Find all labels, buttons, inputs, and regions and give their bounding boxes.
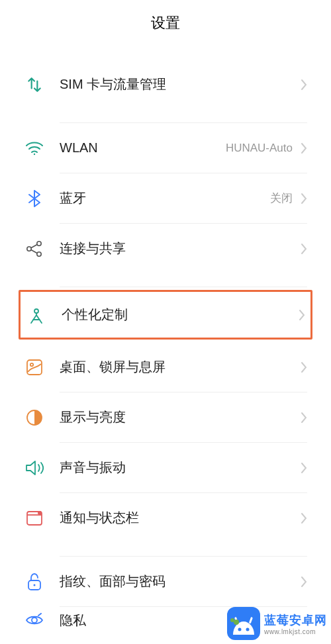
row-sim[interactable]: SIM 卡与流量管理	[0, 60, 331, 109]
row-label: 蓝牙	[60, 189, 270, 207]
page-title: 设置	[151, 13, 180, 33]
row-label: 声音与振动	[60, 459, 301, 477]
row-display[interactable]: 显示与亮度	[0, 392, 331, 442]
row-value: 关闭	[270, 191, 293, 206]
chevron-right-icon	[301, 462, 307, 474]
svg-point-18	[230, 618, 234, 622]
settings-list: SIM 卡与流量管理 WLAN HUNAU-Auto 蓝牙	[0, 46, 331, 633]
page-header: 设置	[0, 0, 331, 46]
svg-rect-16	[249, 617, 253, 623]
chevron-right-icon	[301, 412, 307, 424]
section-gap	[0, 109, 331, 122]
row-label: WLAN	[60, 140, 226, 156]
chevron-right-icon	[301, 512, 307, 524]
section-gap	[0, 273, 331, 287]
row-label: 显示与亮度	[60, 408, 301, 426]
row-biometric[interactable]: 指纹、面部与密码	[0, 557, 331, 606]
watermark-icon	[227, 607, 260, 640]
row-desktop[interactable]: 桌面、锁屏与息屏	[0, 342, 331, 392]
row-notification[interactable]: 通知与状态栏	[0, 493, 331, 543]
svg-point-11	[34, 584, 36, 586]
chevron-right-icon	[301, 361, 307, 373]
row-label: 指纹、面部与密码	[60, 573, 301, 590]
bluetooth-icon	[24, 188, 45, 209]
watermark-cn: 蓝莓安卓网	[264, 612, 327, 628]
section-gap	[0, 543, 331, 556]
svg-point-0	[34, 153, 35, 154]
svg-point-1	[27, 246, 31, 250]
chevron-right-icon	[299, 309, 305, 321]
section-gap	[0, 46, 331, 60]
svg-point-17	[234, 620, 239, 625]
notification-icon	[24, 508, 45, 529]
watermark-url: www.lmkjst.com	[264, 628, 316, 635]
watermark-text: 蓝莓安卓网 www.lmkjst.com	[264, 612, 327, 635]
sound-icon	[24, 457, 45, 479]
row-label: 通知与状态栏	[60, 509, 301, 527]
svg-point-9	[38, 511, 42, 515]
row-wlan[interactable]: WLAN HUNAU-Auto	[0, 123, 331, 173]
chevron-right-icon	[301, 142, 307, 154]
compass-icon	[26, 304, 47, 326]
svg-point-2	[37, 241, 41, 245]
row-personalization[interactable]: 个性化定制	[19, 290, 312, 340]
watermark: 蓝莓安卓网 www.lmkjst.com	[227, 607, 327, 640]
svg-point-3	[37, 252, 41, 255]
share-icon	[24, 238, 45, 259]
chevron-right-icon	[301, 79, 307, 91]
row-label: 个性化定制	[62, 306, 299, 324]
row-value: HUNAU-Auto	[226, 142, 293, 155]
svg-point-12	[32, 618, 37, 623]
row-label: SIM 卡与流量管理	[60, 75, 301, 93]
brightness-icon	[24, 407, 45, 428]
chevron-right-icon	[301, 193, 307, 205]
chevron-right-icon	[301, 243, 307, 255]
privacy-icon	[24, 610, 45, 631]
row-bluetooth[interactable]: 蓝牙 关闭	[0, 173, 331, 223]
chevron-right-icon	[301, 576, 307, 588]
svg-point-6	[30, 363, 33, 365]
divider	[60, 287, 307, 287]
row-label: 桌面、锁屏与息屏	[60, 358, 301, 376]
lock-icon	[24, 571, 45, 592]
row-label: 连接与共享	[60, 240, 301, 257]
svg-point-14	[246, 628, 250, 631]
wifi-icon	[24, 138, 45, 159]
gallery-icon	[24, 357, 45, 378]
row-share[interactable]: 连接与共享	[0, 224, 331, 273]
row-sound[interactable]: 声音与振动	[0, 443, 331, 492]
svg-point-13	[238, 628, 242, 631]
sim-swap-icon	[24, 74, 45, 95]
